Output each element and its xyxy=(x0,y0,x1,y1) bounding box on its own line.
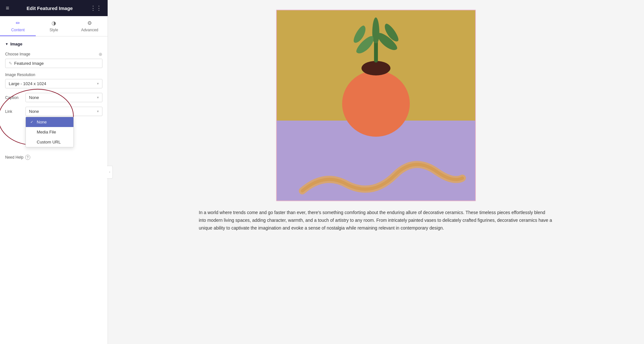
no-check-icon-2 xyxy=(30,140,35,144)
resolution-select[interactable]: Large - 1024 x 1024 ▾ xyxy=(5,79,102,88)
featured-image-container xyxy=(276,10,476,201)
sidebar-header: ≡ Edit Featured Image ⋮⋮ xyxy=(0,0,108,16)
style-tab-icon: ◑ xyxy=(52,20,56,26)
featured-image-value: Featured Image xyxy=(14,61,44,66)
tab-content[interactable]: ✏ Content xyxy=(0,16,36,36)
sidebar-collapse-button[interactable]: ‹ xyxy=(107,166,113,179)
section-label: Image xyxy=(10,42,23,46)
image-resolution-row: Image Resolution Large - 1024 x 1024 ▾ xyxy=(5,73,102,88)
resolution-chevron-icon: ▾ xyxy=(97,82,99,86)
dynamic-tag-icon[interactable]: ⊕ xyxy=(99,52,102,57)
choose-image-label-row: Choose Image ⊕ xyxy=(5,52,102,57)
link-value: None xyxy=(29,109,39,114)
description-text: In a world where trends come and go fast… xyxy=(199,209,553,232)
caption-select[interactable]: None ▾ xyxy=(25,93,102,102)
plant xyxy=(350,11,402,63)
grid-icon[interactable]: ⋮⋮ xyxy=(90,5,102,12)
link-control: None ▾ ✓ None Media File xyxy=(25,107,102,116)
caption-control: None ▾ xyxy=(25,93,102,102)
advanced-tab-icon: ⚙ xyxy=(87,20,92,26)
section-collapse-arrow: ▼ xyxy=(5,42,8,46)
need-help-label: Need Help xyxy=(5,155,24,160)
link-label: Link xyxy=(5,109,23,114)
content-tab-label: Content xyxy=(11,28,25,32)
advanced-tab-label: Advanced xyxy=(81,28,98,32)
no-check-icon xyxy=(30,130,35,134)
dropdown-option-media-file-label: Media File xyxy=(37,130,56,134)
content-tab-icon: ✏ xyxy=(16,20,20,26)
help-icon: ? xyxy=(25,155,30,160)
dropdown-option-none[interactable]: ✓ None xyxy=(26,117,73,127)
hamburger-icon[interactable]: ≡ xyxy=(6,5,9,12)
tab-style[interactable]: ◑ Style xyxy=(36,16,72,36)
link-chevron-icon: ▾ xyxy=(97,109,99,113)
link-row: Link None ▾ ✓ None Media xyxy=(5,107,102,116)
style-tab-label: Style xyxy=(50,28,58,32)
dropdown-option-media-file[interactable]: Media File xyxy=(26,127,73,137)
panel-content: ▼ Image Choose Image ⊕ ✎ Featured Image … xyxy=(0,36,108,344)
resolution-label: Image Resolution xyxy=(5,73,35,77)
sidebar: ≡ Edit Featured Image ⋮⋮ ✏ Content ◑ Sty… xyxy=(0,0,108,344)
image-section-header[interactable]: ▼ Image xyxy=(5,42,102,46)
choose-image-row: Choose Image ⊕ ✎ Featured Image xyxy=(5,52,102,68)
caption-label: Caption xyxy=(5,95,23,100)
caption-chevron-icon: ▾ xyxy=(97,95,99,100)
pot-body xyxy=(342,71,410,137)
main-content: In a world where trends come and go fast… xyxy=(108,0,644,344)
caption-row: Caption None ▾ xyxy=(5,93,102,102)
choose-image-label: Choose Image xyxy=(5,52,30,56)
resolution-value: Large - 1024 x 1024 xyxy=(9,81,46,86)
pencil-icon: ✎ xyxy=(9,61,12,66)
dropdown-option-custom-url-label: Custom URL xyxy=(37,140,61,144)
need-help-row[interactable]: Need Help ? xyxy=(5,155,102,160)
tab-bar: ✏ Content ◑ Style ⚙ Advanced xyxy=(0,16,108,36)
link-select[interactable]: None ▾ xyxy=(25,107,102,116)
check-icon: ✓ xyxy=(30,120,35,124)
tab-advanced[interactable]: ⚙ Advanced xyxy=(72,16,108,36)
featured-image xyxy=(277,10,475,201)
dropdown-option-none-label: None xyxy=(37,120,47,124)
featured-image-input[interactable]: ✎ Featured Image xyxy=(5,59,102,68)
link-dropdown-menu: ✓ None Media File Custom URL xyxy=(25,117,74,147)
caption-value: None xyxy=(29,95,39,100)
panel-title: Edit Featured Image xyxy=(27,5,73,11)
pot-opening xyxy=(361,61,390,75)
dropdown-option-custom-url[interactable]: Custom URL xyxy=(26,137,73,147)
